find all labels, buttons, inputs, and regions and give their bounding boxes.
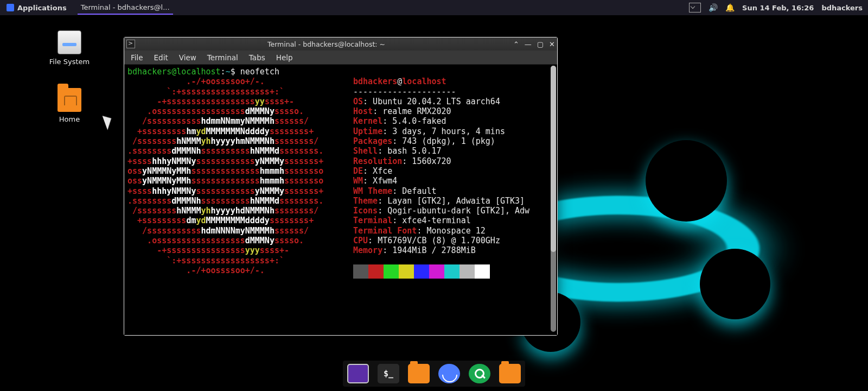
neofetch-info-row: Shell: bash 5.0.17 <box>353 146 529 156</box>
home-folder-icon <box>58 88 81 112</box>
menu-view[interactable]: View <box>179 53 196 62</box>
window-close-button[interactable]: ✕ <box>549 40 555 48</box>
desktop-icon-label: File System <box>42 58 97 66</box>
neofetch-header: bdhackers@localhost <box>353 77 529 86</box>
menu-edit[interactable]: Edit <box>154 53 168 62</box>
palette-swatch <box>399 264 414 279</box>
volume-icon[interactable]: 🔊 <box>709 3 718 12</box>
terminal-prompt-line: bdhackers@localhost:~$ neofetch <box>127 67 349 77</box>
palette-swatch <box>368 264 384 279</box>
system-tray: 🔊 🔔 Sun 14 Feb, 16:26 bdhackers <box>689 3 865 12</box>
panel-clock[interactable]: Sun 14 Feb, 16:26 <box>742 4 814 12</box>
neofetch-separator: --------------------- <box>353 87 529 97</box>
panel-user[interactable]: bdhackers <box>821 4 863 12</box>
dock-file-manager[interactable] <box>408 364 430 383</box>
neofetch-info-row: Memory: 1944MiB / 2788MiB <box>353 245 529 255</box>
neofetch-ascii-line: .ossssssssssssssssssdMMMNysssso. <box>127 236 349 245</box>
dock-app-finder[interactable] <box>469 364 490 383</box>
window-titlebar[interactable]: Terminal - bdhackers@localhost: ~ ⌃ — ▢ … <box>124 37 557 51</box>
distro-logo-icon <box>7 4 14 11</box>
neofetch-ascii-line: ossyNMMMNyMMhsssssssssssssshmmmhssssssso <box>127 166 349 176</box>
palette-swatch <box>414 264 429 279</box>
palette-swatch <box>459 264 475 279</box>
window-maximize-button[interactable]: ▢ <box>537 40 544 48</box>
palette-swatch <box>384 264 399 279</box>
palette-swatch <box>429 264 444 279</box>
neofetch-ascii-line: .-/+oossssoo+/-. <box>127 77 349 86</box>
dock-web-browser[interactable] <box>438 364 460 383</box>
neofetch-info-row: CPU: MT6769V/CB (8) @ 1.700GHz <box>353 236 529 245</box>
dock: $_ <box>343 361 525 387</box>
neofetch-info-row: Packages: 743 (dpkg), 1 (pkg) <box>353 136 529 146</box>
menu-help[interactable]: Help <box>276 53 293 62</box>
menu-tabs[interactable]: Tabs <box>249 53 265 62</box>
neofetch-ascii-line: /sssssssshNMMMyhhyyyyhmNMMMNhssssssss/ <box>127 136 349 146</box>
neofetch-ascii-line: /sssssssshNMMMyhhyyyyhdNMMMNhssssssss/ <box>127 206 349 216</box>
dock-terminal[interactable]: $_ <box>378 364 399 383</box>
neofetch-ascii-line: +sssshhhyNMMNyssssssssssssyNMMMysssssss+ <box>127 156 349 166</box>
neofetch-info-row: WM Theme: Default <box>353 186 529 196</box>
neofetch-info-row: Icons: Qogir-ubuntu-dark [GTK2], Adw <box>353 206 529 216</box>
neofetch-ascii-line: .ssssssssdMMMNhsssssssssshNMMMdssssssss. <box>127 196 349 206</box>
top-panel: Applications Terminal - bdhackers@l... 🔊… <box>0 0 868 15</box>
neofetch-ascii-line: -+ssssssssssssssssyyyssss+- <box>127 245 349 255</box>
task-title: Terminal - bdhackers@l... <box>81 3 170 11</box>
neofetch-info-row: Theme: Layan [GTK2], Adwaita [GTK3] <box>353 196 529 206</box>
desktop[interactable]: File System Home Terminal - bdhackers@lo… <box>0 15 868 391</box>
terminal-icon <box>126 40 135 48</box>
neofetch-ascii-line: /ssssssssssshdmmNNmmyNMMMMhssssss/ <box>127 116 349 126</box>
neofetch-info-row: Terminal: xfce4-terminal <box>353 216 529 225</box>
neofetch-info-row: DE: Xfce <box>353 166 529 176</box>
neofetch-ascii-line: `:+ssssssssssssssssss+:` <box>127 256 349 266</box>
window-minimize-button[interactable]: — <box>525 40 532 48</box>
window-rollup-button[interactable]: ⌃ <box>513 40 519 48</box>
neofetch-ascii-line: +sssshhhyNMMNyssssssssssssyNMMMysssssss+ <box>127 186 349 196</box>
applications-label: Applications <box>17 4 67 12</box>
terminal-output[interactable]: bdhackers@localhost:~$ neofetch .-/+ooss… <box>124 65 557 335</box>
menu-terminal[interactable]: Terminal <box>207 53 238 62</box>
palette-swatch <box>444 264 459 279</box>
terminal-scrollbar[interactable] <box>551 66 556 332</box>
terminal-menubar: File Edit View Terminal Tabs Help <box>124 51 557 65</box>
neofetch-info-row: Resolution: 1560x720 <box>353 156 529 166</box>
palette-swatch <box>475 264 490 279</box>
neofetch-info-row: WM: Xfwm4 <box>353 176 529 186</box>
neofetch-info-row: Host: realme RMX2020 <box>353 106 529 116</box>
neofetch-info-row: Kernel: 5.4.0-faked <box>353 116 529 126</box>
dock-files[interactable] <box>499 364 521 383</box>
applications-menu[interactable]: Applications <box>3 4 70 12</box>
neofetch-ascii-line: .ossssssssssssssssssdMMMNysssso. <box>127 106 349 116</box>
neofetch-info-row: OS: Ubuntu 20.04.2 LTS aarch64 <box>353 97 529 106</box>
neofetch-info-row: Terminal Font: Monospace 12 <box>353 226 529 236</box>
neofetch-ascii-line: +sssssssssdmydMMMMMMMMddddyssssssss+ <box>127 216 349 225</box>
dock-show-desktop[interactable] <box>347 364 369 383</box>
neofetch-ascii-line: `:+ssssssssssssssssss+:` <box>127 87 349 97</box>
neofetch-info-row: Uptime: 3 days, 7 hours, 4 mins <box>353 127 529 136</box>
neofetch-ascii-line: +ssssssssshmydMMMMMMMNddddyssssssss+ <box>127 127 349 136</box>
neofetch-ascii-line: -+ssssssssssssssssssyyssss+- <box>127 97 349 106</box>
keyboard-layout-icon[interactable] <box>689 3 701 12</box>
drive-icon <box>58 30 81 54</box>
menu-file[interactable]: File <box>131 53 143 62</box>
neofetch-ascii-line: .ssssssssdMMMNhsssssssssshNMMMdssssssss. <box>127 146 349 156</box>
neofetch-ascii-line: .-/+oossssoo+/-. <box>127 266 349 275</box>
taskbar-entry-terminal[interactable]: Terminal - bdhackers@l... <box>78 1 173 15</box>
desktop-icon-home[interactable]: Home <box>42 88 97 123</box>
desktop-icon-label: Home <box>42 115 97 123</box>
neofetch-ascii-line: /ssssssssssshdmNNNNmyNMMMMhssssss/ <box>127 226 349 236</box>
notifications-icon[interactable]: 🔔 <box>725 3 735 12</box>
desktop-icon-filesystem[interactable]: File System <box>42 30 97 66</box>
window-title: Terminal - bdhackers@localhost: ~ <box>139 40 513 48</box>
neofetch-color-palette <box>353 264 529 279</box>
palette-swatch <box>353 264 368 279</box>
terminal-window: Terminal - bdhackers@localhost: ~ ⌃ — ▢ … <box>124 37 558 336</box>
neofetch-ascii-line: ossyNMMMNyMMhsssssssssssssshmmmhssssssso <box>127 176 349 186</box>
